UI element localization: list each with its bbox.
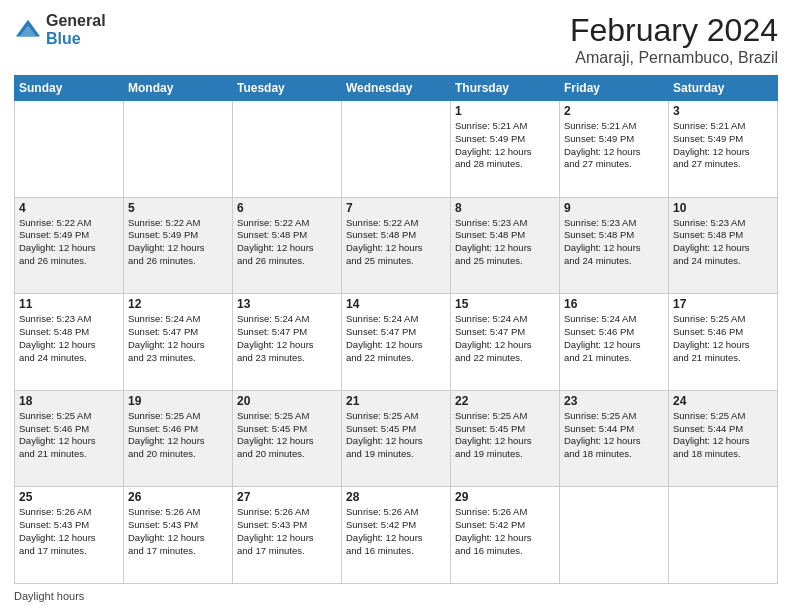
day-number: 26 (128, 490, 228, 504)
day-info: Sunrise: 5:24 AMSunset: 5:46 PMDaylight:… (564, 313, 664, 364)
calendar-cell: 22Sunrise: 5:25 AMSunset: 5:45 PMDayligh… (451, 390, 560, 487)
day-number: 23 (564, 394, 664, 408)
day-number: 3 (673, 104, 773, 118)
header: General Blue February 2024 Amaraji, Pern… (14, 12, 778, 67)
calendar-cell (560, 487, 669, 584)
footer: Daylight hours (14, 590, 778, 602)
day-info: Sunrise: 5:26 AMSunset: 5:42 PMDaylight:… (455, 506, 555, 557)
calendar-cell (233, 101, 342, 198)
day-number: 25 (19, 490, 119, 504)
calendar-cell: 29Sunrise: 5:26 AMSunset: 5:42 PMDayligh… (451, 487, 560, 584)
logo-text: General Blue (46, 12, 106, 47)
calendar-cell: 18Sunrise: 5:25 AMSunset: 5:46 PMDayligh… (15, 390, 124, 487)
calendar-cell: 4Sunrise: 5:22 AMSunset: 5:49 PMDaylight… (15, 197, 124, 294)
day-header-wednesday: Wednesday (342, 76, 451, 101)
calendar-cell: 23Sunrise: 5:25 AMSunset: 5:44 PMDayligh… (560, 390, 669, 487)
day-number: 16 (564, 297, 664, 311)
day-info: Sunrise: 5:24 AMSunset: 5:47 PMDaylight:… (237, 313, 337, 364)
logo-blue: Blue (46, 30, 106, 48)
day-info: Sunrise: 5:23 AMSunset: 5:48 PMDaylight:… (19, 313, 119, 364)
calendar-cell: 25Sunrise: 5:26 AMSunset: 5:43 PMDayligh… (15, 487, 124, 584)
logo-general: General (46, 12, 106, 30)
day-number: 12 (128, 297, 228, 311)
day-number: 2 (564, 104, 664, 118)
calendar-week-row: 18Sunrise: 5:25 AMSunset: 5:46 PMDayligh… (15, 390, 778, 487)
title-month: February 2024 (570, 12, 778, 49)
day-info: Sunrise: 5:25 AMSunset: 5:45 PMDaylight:… (237, 410, 337, 461)
day-info: Sunrise: 5:22 AMSunset: 5:48 PMDaylight:… (346, 217, 446, 268)
calendar-cell: 12Sunrise: 5:24 AMSunset: 5:47 PMDayligh… (124, 294, 233, 391)
day-number: 4 (19, 201, 119, 215)
day-info: Sunrise: 5:25 AMSunset: 5:44 PMDaylight:… (673, 410, 773, 461)
day-info: Sunrise: 5:24 AMSunset: 5:47 PMDaylight:… (455, 313, 555, 364)
calendar-cell: 1Sunrise: 5:21 AMSunset: 5:49 PMDaylight… (451, 101, 560, 198)
day-number: 22 (455, 394, 555, 408)
calendar-header-row: SundayMondayTuesdayWednesdayThursdayFrid… (15, 76, 778, 101)
day-info: Sunrise: 5:22 AMSunset: 5:49 PMDaylight:… (128, 217, 228, 268)
calendar-cell: 10Sunrise: 5:23 AMSunset: 5:48 PMDayligh… (669, 197, 778, 294)
calendar-week-row: 4Sunrise: 5:22 AMSunset: 5:49 PMDaylight… (15, 197, 778, 294)
day-info: Sunrise: 5:21 AMSunset: 5:49 PMDaylight:… (564, 120, 664, 171)
page: General Blue February 2024 Amaraji, Pern… (0, 0, 792, 612)
calendar-cell: 20Sunrise: 5:25 AMSunset: 5:45 PMDayligh… (233, 390, 342, 487)
day-number: 27 (237, 490, 337, 504)
day-number: 13 (237, 297, 337, 311)
logo: General Blue (14, 12, 106, 47)
day-info: Sunrise: 5:22 AMSunset: 5:48 PMDaylight:… (237, 217, 337, 268)
day-info: Sunrise: 5:23 AMSunset: 5:48 PMDaylight:… (673, 217, 773, 268)
calendar-cell: 14Sunrise: 5:24 AMSunset: 5:47 PMDayligh… (342, 294, 451, 391)
day-header-tuesday: Tuesday (233, 76, 342, 101)
calendar-cell: 9Sunrise: 5:23 AMSunset: 5:48 PMDaylight… (560, 197, 669, 294)
day-info: Sunrise: 5:22 AMSunset: 5:49 PMDaylight:… (19, 217, 119, 268)
day-info: Sunrise: 5:25 AMSunset: 5:46 PMDaylight:… (19, 410, 119, 461)
day-number: 20 (237, 394, 337, 408)
day-info: Sunrise: 5:23 AMSunset: 5:48 PMDaylight:… (455, 217, 555, 268)
day-info: Sunrise: 5:25 AMSunset: 5:46 PMDaylight:… (128, 410, 228, 461)
calendar-week-row: 1Sunrise: 5:21 AMSunset: 5:49 PMDaylight… (15, 101, 778, 198)
day-info: Sunrise: 5:21 AMSunset: 5:49 PMDaylight:… (455, 120, 555, 171)
day-info: Sunrise: 5:25 AMSunset: 5:45 PMDaylight:… (346, 410, 446, 461)
day-info: Sunrise: 5:26 AMSunset: 5:43 PMDaylight:… (237, 506, 337, 557)
day-info: Sunrise: 5:26 AMSunset: 5:43 PMDaylight:… (19, 506, 119, 557)
day-number: 21 (346, 394, 446, 408)
day-number: 29 (455, 490, 555, 504)
day-info: Sunrise: 5:26 AMSunset: 5:43 PMDaylight:… (128, 506, 228, 557)
day-header-saturday: Saturday (669, 76, 778, 101)
day-header-monday: Monday (124, 76, 233, 101)
calendar-cell: 27Sunrise: 5:26 AMSunset: 5:43 PMDayligh… (233, 487, 342, 584)
calendar-cell: 28Sunrise: 5:26 AMSunset: 5:42 PMDayligh… (342, 487, 451, 584)
calendar-cell: 7Sunrise: 5:22 AMSunset: 5:48 PMDaylight… (342, 197, 451, 294)
calendar-cell: 6Sunrise: 5:22 AMSunset: 5:48 PMDaylight… (233, 197, 342, 294)
title-block: February 2024 Amaraji, Pernambuco, Brazi… (570, 12, 778, 67)
day-info: Sunrise: 5:23 AMSunset: 5:48 PMDaylight:… (564, 217, 664, 268)
day-info: Sunrise: 5:25 AMSunset: 5:46 PMDaylight:… (673, 313, 773, 364)
calendar-cell: 11Sunrise: 5:23 AMSunset: 5:48 PMDayligh… (15, 294, 124, 391)
day-number: 17 (673, 297, 773, 311)
calendar-cell: 21Sunrise: 5:25 AMSunset: 5:45 PMDayligh… (342, 390, 451, 487)
calendar-cell (15, 101, 124, 198)
day-number: 28 (346, 490, 446, 504)
calendar-cell: 24Sunrise: 5:25 AMSunset: 5:44 PMDayligh… (669, 390, 778, 487)
day-header-friday: Friday (560, 76, 669, 101)
calendar-cell: 8Sunrise: 5:23 AMSunset: 5:48 PMDaylight… (451, 197, 560, 294)
day-info: Sunrise: 5:24 AMSunset: 5:47 PMDaylight:… (128, 313, 228, 364)
day-info: Sunrise: 5:25 AMSunset: 5:45 PMDaylight:… (455, 410, 555, 461)
day-number: 8 (455, 201, 555, 215)
day-number: 18 (19, 394, 119, 408)
logo-icon (14, 16, 42, 44)
day-info: Sunrise: 5:25 AMSunset: 5:44 PMDaylight:… (564, 410, 664, 461)
day-number: 9 (564, 201, 664, 215)
day-info: Sunrise: 5:24 AMSunset: 5:47 PMDaylight:… (346, 313, 446, 364)
day-number: 10 (673, 201, 773, 215)
calendar-week-row: 11Sunrise: 5:23 AMSunset: 5:48 PMDayligh… (15, 294, 778, 391)
day-header-sunday: Sunday (15, 76, 124, 101)
calendar-cell: 3Sunrise: 5:21 AMSunset: 5:49 PMDaylight… (669, 101, 778, 198)
calendar-cell: 19Sunrise: 5:25 AMSunset: 5:46 PMDayligh… (124, 390, 233, 487)
footer-label: Daylight hours (14, 590, 84, 602)
calendar-cell (342, 101, 451, 198)
calendar-cell: 16Sunrise: 5:24 AMSunset: 5:46 PMDayligh… (560, 294, 669, 391)
day-number: 24 (673, 394, 773, 408)
calendar-cell (124, 101, 233, 198)
calendar-cell: 13Sunrise: 5:24 AMSunset: 5:47 PMDayligh… (233, 294, 342, 391)
day-number: 7 (346, 201, 446, 215)
